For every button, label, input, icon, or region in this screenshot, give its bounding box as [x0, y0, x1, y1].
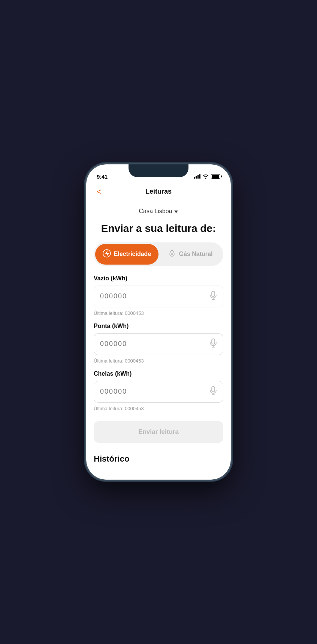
ponta-section: Ponta (kWh) Última leitura: 0000453 [86, 323, 231, 370]
status-icons [194, 174, 220, 179]
location-selector[interactable]: Casa Lisboa [86, 201, 231, 217]
vazio-last-reading: Última leitura: 0000453 [94, 310, 223, 316]
gas-icon [168, 249, 176, 259]
electricity-toggle[interactable]: Electricidade [95, 244, 158, 265]
cheias-input-wrapper [94, 381, 223, 403]
mic-icon-cheias[interactable] [209, 386, 217, 397]
submit-button[interactable]: Enviar leitura [94, 421, 223, 443]
electricity-icon [103, 249, 111, 259]
vazio-section: Vazio (kWh) Última leitura: 0000453 [86, 275, 231, 323]
cheias-input[interactable] [100, 388, 209, 396]
back-button[interactable]: < [94, 185, 105, 198]
ponta-input[interactable] [100, 340, 209, 348]
content-area[interactable]: < Leituras Casa Lisboa Enviar a sua leit… [86, 184, 231, 480]
cheias-label: Cheias (kWh) [94, 370, 223, 377]
ponta-label: Ponta (kWh) [94, 323, 223, 330]
mic-icon-ponta[interactable] [209, 339, 217, 349]
phone-screen: 9:41 [86, 164, 231, 480]
page-heading: Enviar a sua leitura de: [86, 217, 231, 242]
svg-rect-7 [212, 387, 215, 392]
history-section: Histórico [86, 450, 231, 468]
svg-rect-4 [212, 339, 215, 344]
mic-icon-vazio[interactable] [209, 291, 217, 302]
page-title: Leituras [145, 188, 172, 196]
gas-label: Gás Natural [179, 251, 213, 257]
vazio-label: Vazio (kWh) [94, 275, 223, 282]
page-header: < Leituras [86, 184, 231, 201]
vazio-input-wrapper [94, 286, 223, 307]
chevron-down-icon [174, 211, 178, 213]
ponta-input-wrapper [94, 333, 223, 355]
submit-section: Enviar leitura [86, 418, 231, 450]
cheias-last-reading: Última leitura: 0000453 [94, 406, 223, 411]
svg-rect-1 [212, 291, 215, 296]
cheias-section: Cheias (kWh) Última leitura: 0000453 [86, 370, 231, 418]
vazio-input[interactable] [100, 292, 209, 300]
gas-toggle[interactable]: Gás Natural [158, 244, 222, 265]
wifi-icon [203, 174, 209, 179]
history-title: Histórico [94, 454, 223, 464]
electricity-label: Electricidade [114, 251, 151, 257]
phone-frame: 9:41 [85, 164, 232, 480]
notch [129, 164, 188, 177]
status-time: 9:41 [97, 173, 108, 180]
battery-icon [211, 174, 220, 179]
location-name: Casa Lisboa [139, 208, 172, 215]
type-toggle: Electricidade Gás Natural [94, 242, 223, 266]
signal-icon [194, 174, 200, 179]
ponta-last-reading: Última leitura: 0000453 [94, 358, 223, 364]
